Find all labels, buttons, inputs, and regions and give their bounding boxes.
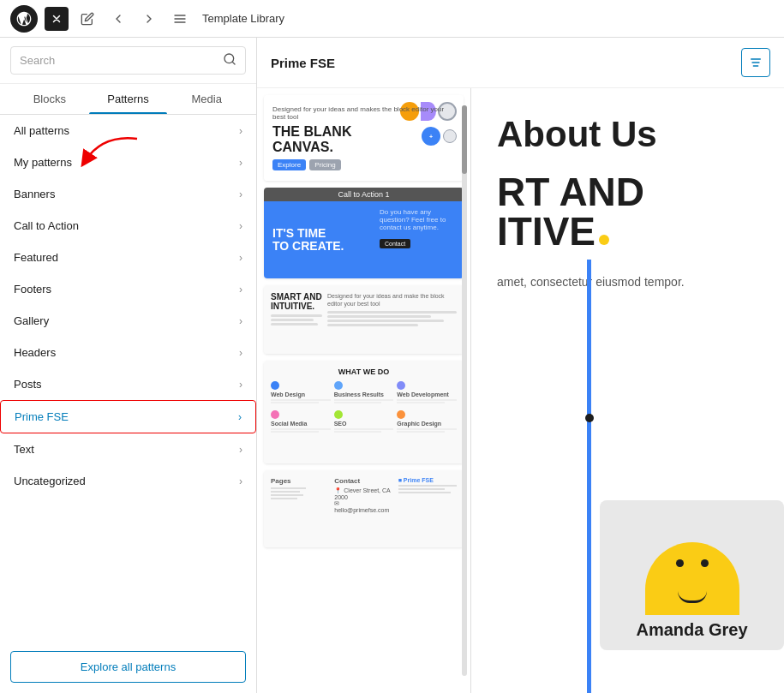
content-header: Prime FSE [257,38,784,88]
sidebar-item-footers[interactable]: Footers › [0,273,256,305]
description-text: amet, consectetur eiusmod tempor. [497,275,758,289]
template-card-footer[interactable]: Pages Contact 📍 Clever Street, CA 2000 [264,470,464,547]
filter-button[interactable] [741,48,770,77]
smart-title: RT AND ITIVE [497,172,758,251]
close-editor-button[interactable] [45,7,69,31]
emoji-left-eye [676,559,684,567]
sidebar-item-posts[interactable]: Posts › [0,368,256,400]
nav-forward-button[interactable] [137,7,161,31]
chevron-right-icon: › [239,188,242,200]
footer-preview: Pages Contact 📍 Clever Street, CA 2000 [264,470,464,547]
smart-section: RT AND ITIVE [497,172,758,251]
scrollbar-thumb [462,105,467,174]
nav-back-button[interactable] [106,7,130,31]
content-area: Prime FSE Designed for your ideas and ma… [257,38,784,693]
main-layout: Blocks Patterns Media All patterns › [0,38,784,693]
sidebar-item-all-patterns[interactable]: All patterns › [0,115,256,146]
chevron-right-icon: › [239,252,242,264]
page-preview-area: About Us RT AND ITIVE amet, consectetur … [471,88,784,693]
blank-canvas-text: THE BLANKCANVAS. [272,124,455,154]
emoji-right-eye [701,559,709,567]
sidebar: Blocks Patterns Media All patterns › [0,38,257,693]
content-header-title: Prime FSE [271,56,335,70]
cta-preview: IT'S TIMETO CREATE. Do you have any ques… [264,201,464,278]
template-card-cta1[interactable]: Call to Action 1 IT'S TIMETO CREATE. Do … [264,188,464,278]
sidebar-item-call-to-action[interactable]: Call to Action › [0,210,256,242]
tab-blocks[interactable]: Blocks [10,84,89,114]
chevron-right-icon: › [239,444,242,456]
sidebar-item-banners[interactable]: Banners › [0,178,256,210]
sidebar-item-featured[interactable]: Featured › [0,242,256,273]
template-card-what-we-do[interactable]: WHAT WE DO Web Design Business Results W… [264,361,464,463]
template-panel: Designed for your ideas and makes the bl… [257,88,471,693]
sidebar-item-my-patterns[interactable]: My patterns › [0,146,256,178]
chevron-right-icon: › [238,411,242,423]
topbar: Template Library [0,0,784,38]
emoji-eyes [676,559,709,567]
search-container [0,38,256,84]
chevron-right-icon: › [239,125,242,137]
scroll-indicator-dot [585,414,594,422]
sidebar-item-uncategorized[interactable]: Uncategorized › [0,465,256,497]
about-us-heading: About Us [497,114,758,155]
edit-button[interactable] [75,7,99,31]
tab-patterns[interactable]: Patterns [89,84,168,114]
tab-media[interactable]: Media [167,84,246,114]
blue-vertical-bar [587,260,591,693]
explore-all-patterns-button[interactable]: Explore all patterns [10,651,246,683]
template-card-blank-canvas[interactable]: Designed for your ideas and makes the bl… [264,95,464,181]
search-input[interactable] [20,54,218,67]
cta-card-label: Call to Action 1 [264,188,464,201]
content-scroll: Designed for your ideas and makes the bl… [257,88,784,693]
template-panel-scrollbar[interactable] [462,105,467,676]
category-list: All patterns › My patterns › Banners › C… [0,115,256,641]
menu-button[interactable] [168,7,192,31]
sidebar-item-gallery[interactable]: Gallery › [0,305,256,337]
wp-logo [10,5,38,33]
search-input-wrap [10,46,246,75]
smart-preview: SMART ANDINTUITIVE. Designed for your id… [264,285,464,354]
amanda-card: Amanda Grey [600,500,784,650]
chevron-right-icon: › [239,315,242,327]
chevron-right-icon: › [239,379,242,391]
topbar-title: Template Library [202,12,284,25]
what-we-do-preview: WHAT WE DO Web Design Business Results W… [264,361,464,463]
yellow-dot-icon [599,235,609,245]
sidebar-item-headers[interactable]: Headers › [0,337,256,368]
chevron-right-icon: › [239,220,242,232]
chevron-right-icon: › [239,284,242,296]
chevron-right-icon: › [239,475,242,487]
emoji-face [645,542,739,615]
amanda-name: Amanda Grey [636,620,747,640]
emoji-mouth [678,591,707,603]
tabs: Blocks Patterns Media [0,84,256,115]
sidebar-item-prime-fse[interactable]: Prime FSE › [0,400,256,433]
chevron-right-icon: › [239,347,242,359]
search-icon [223,52,236,69]
blank-canvas-preview: Designed for your ideas and makes the bl… [264,95,464,181]
sidebar-item-text[interactable]: Text › [0,433,256,465]
chevron-right-icon: › [239,157,242,169]
template-card-smart[interactable]: SMART ANDINTUITIVE. Designed for your id… [264,285,464,354]
